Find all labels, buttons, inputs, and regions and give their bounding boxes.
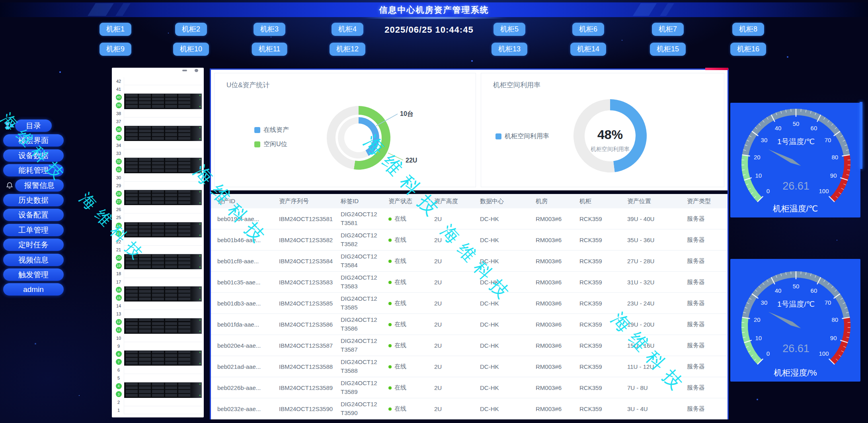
occupied-unit-badge: 20 [116, 255, 122, 261]
table-row[interactable]: beb01db3-aae...IBM24OCT12S3585DIG24OCT12… [211, 293, 728, 314]
rack-empty-unit: 42 [113, 77, 202, 85]
rack-unit-number-occupied: 3 [113, 390, 124, 398]
cabinet-button[interactable]: 机柜12 [330, 43, 365, 56]
rack-empty-unit: 9 [113, 342, 202, 350]
sidebar-item-label: 触发管理 [3, 268, 64, 281]
rack-server-slot[interactable]: 1615 [113, 286, 202, 302]
cabinet-button[interactable]: 机柜16 [730, 43, 766, 56]
table-row[interactable]: beb0196f-aae...IBM24OCT12S3581DIG24OCT12… [211, 208, 728, 229]
occupied-unit-badge: 27 [116, 199, 122, 205]
table-row[interactable]: beb01fda-aae...IBM24OCT12S3586DIG24OCT12… [211, 314, 728, 335]
rack-server-slot[interactable]: 4039 [113, 93, 202, 109]
table-row[interactable]: beb0232e-aae...IBM24OCT12S3590DIG24OCT12… [211, 398, 728, 419]
svg-text:0: 0 [767, 350, 770, 357]
sidebar-item-10[interactable]: 触发管理 [3, 268, 64, 281]
online-status-dot [388, 302, 392, 305]
cabinet-button[interactable]: 机柜14 [570, 43, 606, 56]
cabinet-button[interactable]: 机柜1 [99, 23, 131, 36]
space-util-donut-chart: 48%机柜空间利用率 [481, 73, 724, 187]
rack-unit-number-occupied: 20 [113, 254, 124, 262]
rack-empty-cell [124, 270, 202, 278]
rack-server-slot[interactable]: 2827 [113, 190, 202, 206]
cabinet-temperature-gauge: 01020304050607080901001号温度/℃26.61 [730, 103, 860, 217]
rack-unit-number: 30 [113, 174, 124, 182]
cabinet-button[interactable]: 机柜11 [252, 43, 287, 56]
cabinet-button[interactable]: 机柜7 [652, 23, 684, 36]
cabinet-button[interactable]: 机柜15 [650, 43, 686, 56]
table-row[interactable]: beb01c35-aae...IBM24OCT12S3583DIG24OCT12… [211, 272, 728, 293]
rack-unit-number: 13 [113, 310, 124, 318]
rack-empty-unit: 1 [113, 406, 202, 414]
cabinet-button[interactable]: 机柜3 [254, 23, 285, 36]
cell-id: beb0232e-aae... [211, 398, 273, 419]
rack-server-slot[interactable]: 1211 [113, 318, 202, 334]
online-status-dot [388, 365, 392, 368]
cell-rack: RCK359 [573, 229, 621, 251]
occupied-unit-badge: 7 [116, 359, 122, 365]
server-led [199, 127, 201, 128]
svg-text:40: 40 [775, 125, 782, 131]
alert-strip [705, 68, 728, 70]
cabinet-button[interactable]: 机柜5 [493, 23, 525, 36]
svg-text:26.61: 26.61 [782, 343, 809, 354]
svg-text:48%: 48% [597, 127, 623, 142]
rack-empty-cell [124, 406, 202, 414]
sidebar-item-7[interactable]: 工单管理 [3, 224, 64, 236]
cell-status: 在线 [382, 272, 428, 293]
tag-id-value: DIG24OCT12T3590 [341, 400, 380, 417]
rack-empty-cell [124, 310, 202, 318]
server-led [199, 95, 201, 96]
server-side-cap [191, 351, 202, 366]
svg-text:50: 50 [793, 283, 800, 290]
occupied-unit-badge: 35 [116, 135, 122, 141]
rack-unit-number-occupied: 40 [113, 93, 124, 101]
rack-unit-number: 6 [113, 366, 124, 374]
cell-status: 在线 [382, 251, 428, 272]
server-image [124, 190, 202, 205]
table-row[interactable]: beb0226b-aae...IBM24OCT12S3589DIG24OCT12… [211, 377, 728, 398]
sidebar-item-label: 设备配置 [3, 209, 64, 221]
rack-server-slot[interactable]: 3231 [113, 157, 202, 173]
sidebar-item-9[interactable]: 视频信息 [3, 254, 64, 266]
cell-room: RM003#6 [529, 251, 573, 272]
rack-unit-number: 41 [113, 85, 124, 93]
rack-server-slot[interactable]: 3635 [113, 125, 202, 141]
rack-empty-cell [124, 213, 202, 221]
rack-empty-cell [124, 85, 202, 93]
server-image [124, 126, 202, 141]
cell-status: 在线 [382, 229, 428, 251]
cell-serial: IBM24OCT12S3590 [273, 398, 334, 419]
svg-text:100: 100 [819, 188, 829, 194]
cabinet-button[interactable]: 机柜6 [572, 23, 604, 36]
svg-text:10台: 10台 [400, 110, 414, 117]
rack-empty-cell [124, 374, 202, 382]
cabinet-button[interactable]: 机柜9 [99, 43, 131, 56]
cabinet-button[interactable]: 机柜10 [173, 43, 209, 56]
cell-rack: RCK359 [573, 293, 621, 314]
tag-id-value: DIG24OCT12T3585 [341, 294, 380, 312]
server-side-cap [191, 94, 202, 109]
rack-unit-number-occupied: 15 [113, 294, 124, 302]
cell-tag: DIG24OCT12T3590 [334, 398, 382, 419]
cabinet-button[interactable]: 机柜13 [492, 43, 527, 56]
sidebar-item-11[interactable]: admin [3, 283, 64, 296]
rack-empty-unit: 38 [113, 110, 202, 118]
rack-unit-number: 1 [113, 406, 124, 414]
sidebar-item-8[interactable]: 定时任务 [3, 239, 64, 251]
cabinet-button[interactable]: 机柜4 [332, 23, 363, 36]
rack-server-slot[interactable]: 43 [113, 382, 202, 398]
rack-unit-gutter: 1615 [113, 286, 124, 302]
cabinet-button[interactable]: 机柜2 [175, 23, 207, 36]
cell-room: RM003#6 [529, 356, 573, 377]
rack-panel-mark [182, 70, 187, 71]
cell-status: 在线 [382, 314, 428, 335]
server-drive-bays [125, 190, 190, 205]
sidebar-item-6[interactable]: 设备配置 [3, 209, 64, 221]
tag-id-value: DIG24OCT12T3588 [341, 358, 380, 375]
server-image [124, 94, 202, 109]
cabinet-button[interactable]: 机柜8 [732, 23, 764, 36]
rack-empty-cell [124, 342, 202, 350]
cell-tag: DIG24OCT12T3581 [334, 208, 382, 229]
sidebar-item-5[interactable]: 历史数据 [3, 194, 64, 206]
rack-server-slot[interactable]: 87 [113, 350, 202, 366]
